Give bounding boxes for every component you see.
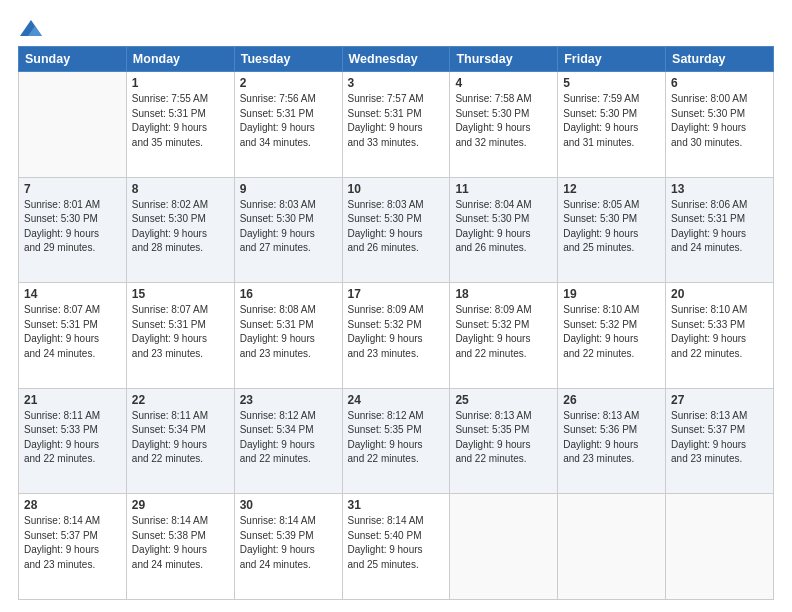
day-info: Sunrise: 8:05 AM Sunset: 5:30 PM Dayligh…: [563, 198, 660, 256]
day-number: 28: [24, 498, 121, 512]
day-number: 22: [132, 393, 229, 407]
day-number: 30: [240, 498, 337, 512]
calendar-cell: 24Sunrise: 8:12 AM Sunset: 5:35 PM Dayli…: [342, 388, 450, 494]
calendar-cell: 14Sunrise: 8:07 AM Sunset: 5:31 PM Dayli…: [19, 283, 127, 389]
calendar-cell: 4Sunrise: 7:58 AM Sunset: 5:30 PM Daylig…: [450, 72, 558, 178]
day-info: Sunrise: 8:13 AM Sunset: 5:36 PM Dayligh…: [563, 409, 660, 467]
day-info: Sunrise: 7:58 AM Sunset: 5:30 PM Dayligh…: [455, 92, 552, 150]
weekday-header: Tuesday: [234, 47, 342, 72]
calendar-cell: 18Sunrise: 8:09 AM Sunset: 5:32 PM Dayli…: [450, 283, 558, 389]
calendar-cell: 19Sunrise: 8:10 AM Sunset: 5:32 PM Dayli…: [558, 283, 666, 389]
day-info: Sunrise: 8:13 AM Sunset: 5:35 PM Dayligh…: [455, 409, 552, 467]
calendar-cell: 29Sunrise: 8:14 AM Sunset: 5:38 PM Dayli…: [126, 494, 234, 600]
day-number: 29: [132, 498, 229, 512]
day-info: Sunrise: 8:08 AM Sunset: 5:31 PM Dayligh…: [240, 303, 337, 361]
day-info: Sunrise: 8:03 AM Sunset: 5:30 PM Dayligh…: [240, 198, 337, 256]
calendar-cell: 15Sunrise: 8:07 AM Sunset: 5:31 PM Dayli…: [126, 283, 234, 389]
day-number: 10: [348, 182, 445, 196]
calendar-cell: 8Sunrise: 8:02 AM Sunset: 5:30 PM Daylig…: [126, 177, 234, 283]
calendar-cell: 17Sunrise: 8:09 AM Sunset: 5:32 PM Dayli…: [342, 283, 450, 389]
day-info: Sunrise: 8:07 AM Sunset: 5:31 PM Dayligh…: [24, 303, 121, 361]
day-number: 8: [132, 182, 229, 196]
day-info: Sunrise: 8:03 AM Sunset: 5:30 PM Dayligh…: [348, 198, 445, 256]
day-number: 27: [671, 393, 768, 407]
calendar-cell: [19, 72, 127, 178]
day-info: Sunrise: 8:09 AM Sunset: 5:32 PM Dayligh…: [348, 303, 445, 361]
calendar-cell: 30Sunrise: 8:14 AM Sunset: 5:39 PM Dayli…: [234, 494, 342, 600]
calendar-cell: 23Sunrise: 8:12 AM Sunset: 5:34 PM Dayli…: [234, 388, 342, 494]
header: [18, 18, 774, 38]
calendar-week-row: 14Sunrise: 8:07 AM Sunset: 5:31 PM Dayli…: [19, 283, 774, 389]
calendar-cell: 10Sunrise: 8:03 AM Sunset: 5:30 PM Dayli…: [342, 177, 450, 283]
calendar-cell: [558, 494, 666, 600]
day-number: 26: [563, 393, 660, 407]
day-info: Sunrise: 8:00 AM Sunset: 5:30 PM Dayligh…: [671, 92, 768, 150]
day-info: Sunrise: 8:04 AM Sunset: 5:30 PM Dayligh…: [455, 198, 552, 256]
logo: [18, 18, 42, 38]
calendar-cell: 1Sunrise: 7:55 AM Sunset: 5:31 PM Daylig…: [126, 72, 234, 178]
day-number: 2: [240, 76, 337, 90]
calendar-cell: 2Sunrise: 7:56 AM Sunset: 5:31 PM Daylig…: [234, 72, 342, 178]
day-number: 3: [348, 76, 445, 90]
day-info: Sunrise: 7:56 AM Sunset: 5:31 PM Dayligh…: [240, 92, 337, 150]
calendar-cell: 31Sunrise: 8:14 AM Sunset: 5:40 PM Dayli…: [342, 494, 450, 600]
day-info: Sunrise: 8:14 AM Sunset: 5:38 PM Dayligh…: [132, 514, 229, 572]
day-number: 13: [671, 182, 768, 196]
day-info: Sunrise: 7:59 AM Sunset: 5:30 PM Dayligh…: [563, 92, 660, 150]
day-info: Sunrise: 8:02 AM Sunset: 5:30 PM Dayligh…: [132, 198, 229, 256]
weekday-header: Friday: [558, 47, 666, 72]
day-info: Sunrise: 8:11 AM Sunset: 5:34 PM Dayligh…: [132, 409, 229, 467]
day-number: 4: [455, 76, 552, 90]
weekday-header: Wednesday: [342, 47, 450, 72]
day-number: 14: [24, 287, 121, 301]
calendar-week-row: 1Sunrise: 7:55 AM Sunset: 5:31 PM Daylig…: [19, 72, 774, 178]
calendar-cell: 21Sunrise: 8:11 AM Sunset: 5:33 PM Dayli…: [19, 388, 127, 494]
calendar-cell: 12Sunrise: 8:05 AM Sunset: 5:30 PM Dayli…: [558, 177, 666, 283]
day-info: Sunrise: 8:01 AM Sunset: 5:30 PM Dayligh…: [24, 198, 121, 256]
calendar-cell: 28Sunrise: 8:14 AM Sunset: 5:37 PM Dayli…: [19, 494, 127, 600]
day-info: Sunrise: 8:14 AM Sunset: 5:40 PM Dayligh…: [348, 514, 445, 572]
day-info: Sunrise: 8:14 AM Sunset: 5:37 PM Dayligh…: [24, 514, 121, 572]
weekday-header: Thursday: [450, 47, 558, 72]
calendar-cell: 16Sunrise: 8:08 AM Sunset: 5:31 PM Dayli…: [234, 283, 342, 389]
calendar-cell: 7Sunrise: 8:01 AM Sunset: 5:30 PM Daylig…: [19, 177, 127, 283]
calendar-cell: 3Sunrise: 7:57 AM Sunset: 5:31 PM Daylig…: [342, 72, 450, 178]
day-number: 1: [132, 76, 229, 90]
day-info: Sunrise: 8:10 AM Sunset: 5:32 PM Dayligh…: [563, 303, 660, 361]
weekday-header: Monday: [126, 47, 234, 72]
day-number: 11: [455, 182, 552, 196]
day-info: Sunrise: 8:13 AM Sunset: 5:37 PM Dayligh…: [671, 409, 768, 467]
day-number: 25: [455, 393, 552, 407]
day-number: 6: [671, 76, 768, 90]
page: SundayMondayTuesdayWednesdayThursdayFrid…: [0, 0, 792, 612]
calendar-header-row: SundayMondayTuesdayWednesdayThursdayFrid…: [19, 47, 774, 72]
calendar-cell: 13Sunrise: 8:06 AM Sunset: 5:31 PM Dayli…: [666, 177, 774, 283]
calendar-cell: 11Sunrise: 8:04 AM Sunset: 5:30 PM Dayli…: [450, 177, 558, 283]
calendar-cell: 6Sunrise: 8:00 AM Sunset: 5:30 PM Daylig…: [666, 72, 774, 178]
day-number: 15: [132, 287, 229, 301]
day-number: 21: [24, 393, 121, 407]
day-info: Sunrise: 8:11 AM Sunset: 5:33 PM Dayligh…: [24, 409, 121, 467]
calendar-table: SundayMondayTuesdayWednesdayThursdayFrid…: [18, 46, 774, 600]
day-number: 31: [348, 498, 445, 512]
calendar-week-row: 21Sunrise: 8:11 AM Sunset: 5:33 PM Dayli…: [19, 388, 774, 494]
calendar-cell: 20Sunrise: 8:10 AM Sunset: 5:33 PM Dayli…: [666, 283, 774, 389]
day-info: Sunrise: 8:06 AM Sunset: 5:31 PM Dayligh…: [671, 198, 768, 256]
day-number: 12: [563, 182, 660, 196]
calendar-cell: 27Sunrise: 8:13 AM Sunset: 5:37 PM Dayli…: [666, 388, 774, 494]
logo-icon: [20, 18, 42, 38]
calendar-week-row: 7Sunrise: 8:01 AM Sunset: 5:30 PM Daylig…: [19, 177, 774, 283]
calendar-cell: [666, 494, 774, 600]
day-number: 9: [240, 182, 337, 196]
calendar-week-row: 28Sunrise: 8:14 AM Sunset: 5:37 PM Dayli…: [19, 494, 774, 600]
day-number: 20: [671, 287, 768, 301]
day-info: Sunrise: 8:14 AM Sunset: 5:39 PM Dayligh…: [240, 514, 337, 572]
day-info: Sunrise: 8:12 AM Sunset: 5:34 PM Dayligh…: [240, 409, 337, 467]
day-number: 19: [563, 287, 660, 301]
day-info: Sunrise: 8:09 AM Sunset: 5:32 PM Dayligh…: [455, 303, 552, 361]
day-info: Sunrise: 7:55 AM Sunset: 5:31 PM Dayligh…: [132, 92, 229, 150]
day-number: 16: [240, 287, 337, 301]
day-number: 17: [348, 287, 445, 301]
calendar-cell: 26Sunrise: 8:13 AM Sunset: 5:36 PM Dayli…: [558, 388, 666, 494]
weekday-header: Sunday: [19, 47, 127, 72]
